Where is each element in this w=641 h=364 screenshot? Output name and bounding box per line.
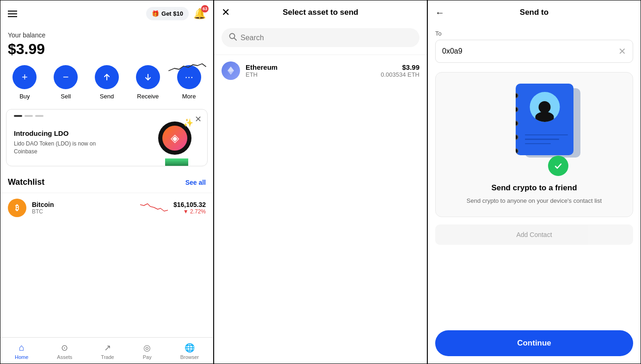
notification-badge: 63 [201, 5, 209, 12]
asset-usd-value: $3.99 [381, 63, 419, 71]
more-label: More [182, 93, 196, 100]
asset-crypto-value: 0.003534 ETH [381, 71, 419, 78]
nav-trade[interactable]: ↗ Trade [101, 343, 114, 360]
receive-action: Receive [136, 65, 160, 100]
coin-price-wrapper: $16,105.32 ▼ 2.72% [173, 201, 206, 215]
see-all-link[interactable]: See all [185, 179, 206, 186]
check-circle [548, 156, 568, 176]
search-bar [222, 28, 419, 47]
promo-image: ◈ ✨ [158, 121, 200, 158]
notification-bell[interactable]: 🔔 63 [193, 8, 206, 20]
promo-dot-2 [25, 115, 33, 117]
bitcoin-icon: ₿ [8, 199, 26, 217]
search-input[interactable] [240, 34, 412, 42]
ethereum-icon [222, 61, 240, 80]
gift-icon: 🎁 [152, 10, 159, 17]
send-friend-title: Send crypto to a friend [491, 183, 577, 193]
ldo-icon: ◈ ✨ [158, 121, 191, 155]
btc-mini-chart [140, 200, 168, 216]
bottom-nav: ⌂ Home ⊙ Assets ↗ Trade ◎ Pay 🌐 Browser [0, 337, 213, 364]
contact-illustration [488, 84, 580, 176]
asset-ticker: ETH [246, 71, 381, 78]
pay-label: Pay [143, 354, 152, 360]
browser-icon: 🌐 [185, 343, 195, 353]
pay-icon: ◎ [143, 343, 151, 353]
close-button[interactable]: ✕ [222, 6, 230, 18]
sell-action: − Sell [54, 65, 78, 100]
send-friend-description: Send crypto to anyone on your device's c… [467, 196, 602, 206]
home-label: Home [15, 354, 28, 360]
panel-title: Select asset to send [283, 8, 358, 17]
continue-button[interactable]: Continue [435, 330, 633, 356]
add-contact-label: Add Contact [516, 231, 552, 238]
balance-section: Your balance $3.99 [0, 27, 213, 65]
balance-label: Your balance [8, 31, 206, 39]
buy-action: + Buy [12, 65, 37, 100]
nav-home[interactable]: ⌂ Home [15, 342, 28, 360]
coin-ticker: BTC [32, 208, 135, 215]
send-to-title: Send to [520, 8, 549, 17]
promo-dots [14, 115, 43, 117]
left-header: 🎁 Get $10 🔔 63 [0, 0, 213, 27]
nav-assets[interactable]: ⊙ Assets [57, 343, 72, 360]
middle-panel: ✕ Select asset to send Ethereum ETH $3.9… [214, 0, 427, 364]
promo-description: Lido DAO Token (LDO) is now on Coinbase [14, 140, 97, 156]
coin-name: Bitcoin [32, 201, 135, 208]
promo-dot-3 [35, 115, 43, 117]
right-panel: ← Send to To ✕ [427, 0, 641, 364]
menu-button[interactable] [8, 11, 17, 17]
add-contact-hint: Add Contact [435, 224, 633, 245]
get-money-button[interactable]: 🎁 Get $10 [146, 7, 189, 20]
sell-button[interactable]: − [54, 65, 78, 89]
right-header: ← Send to [428, 0, 641, 24]
search-icon [229, 33, 237, 42]
browser-label: Browser [180, 354, 199, 360]
to-section: To ✕ [428, 24, 641, 68]
sell-label: Sell [61, 93, 71, 100]
coin-change: ▼ 2.72% [173, 208, 206, 215]
trade-label: Trade [101, 354, 114, 360]
balance-chart [169, 59, 206, 77]
nav-pay[interactable]: ◎ Pay [143, 343, 152, 360]
promo-card: ✕ Introducing LDO Lido DAO Token (LDO) i… [6, 109, 208, 166]
to-input-wrapper: ✕ [435, 40, 633, 63]
star-icon: ✨ [183, 118, 193, 128]
asset-info: Ethereum ETH [246, 63, 381, 78]
send-label: Send [100, 93, 114, 100]
coin-price: $16,105.32 [173, 201, 206, 208]
clear-input-button[interactable]: ✕ [618, 46, 626, 57]
promo-dot-1 [14, 115, 22, 117]
svg-line-3 [234, 38, 236, 40]
assets-label: Assets [57, 354, 72, 360]
watchlist-title: Watchlist [8, 177, 44, 187]
to-address-input[interactable] [442, 47, 618, 55]
nav-browser[interactable]: 🌐 Browser [180, 343, 199, 360]
to-label: To [435, 30, 633, 37]
buy-button[interactable]: + [12, 65, 37, 89]
back-button[interactable]: ← [435, 7, 444, 18]
asset-name: Ethereum [246, 63, 381, 71]
home-icon: ⌂ [19, 342, 25, 353]
buy-label: Buy [19, 93, 30, 100]
send-friend-card: Send crypto to a friend Send crypto to a… [435, 72, 633, 217]
trade-icon: ↗ [104, 343, 111, 353]
receive-button[interactable] [136, 65, 160, 89]
middle-header: ✕ Select asset to send [214, 0, 427, 24]
promo-title: Introducing LDO [14, 129, 97, 137]
balance-amount: $3.99 [8, 41, 206, 58]
send-button[interactable] [95, 65, 119, 89]
bitcoin-watchlist-item[interactable]: ₿ Bitcoin BTC $16,105.32 ▼ 2.72% [0, 193, 213, 223]
asset-value: $3.99 0.003534 ETH [381, 63, 419, 78]
ethereum-asset-item[interactable]: Ethereum ETH $3.99 0.003534 ETH [214, 55, 427, 86]
promo-text: Introducing LDO Lido DAO Token (LDO) is … [14, 120, 97, 156]
send-action: Send [95, 65, 119, 100]
left-panel: 🎁 Get $10 🔔 63 Your balance $3.99 + Buy … [0, 0, 214, 364]
header-right: 🎁 Get $10 🔔 63 [146, 7, 206, 20]
assets-icon: ⊙ [61, 343, 68, 353]
coin-info: Bitcoin BTC [32, 201, 135, 215]
watchlist-header: Watchlist See all [0, 174, 213, 193]
receive-label: Receive [137, 93, 159, 100]
